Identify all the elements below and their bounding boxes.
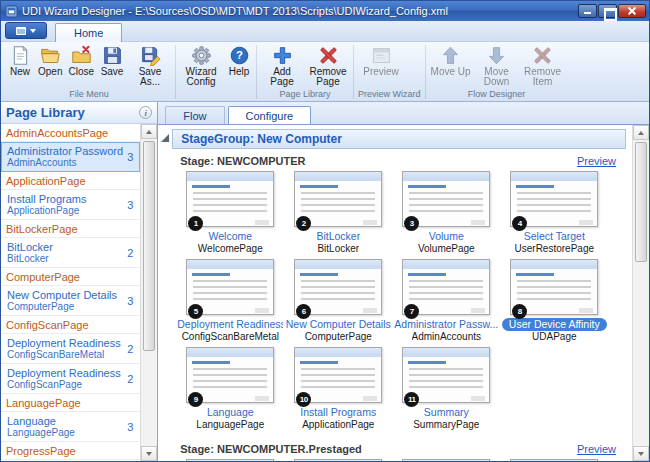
page-group-header: BitLockerPage xyxy=(1,220,140,238)
page-card[interactable] xyxy=(500,459,608,461)
page-title[interactable]: Administrator Passw... xyxy=(394,318,498,331)
stage-preview-link[interactable]: Preview xyxy=(577,155,616,167)
close-icon[interactable] xyxy=(618,4,646,18)
ribbon-group-label: Preview Wizard xyxy=(356,88,423,101)
app-menu-button[interactable] xyxy=(5,22,47,39)
ribbon-group-label: File Menu xyxy=(5,88,173,101)
page-card[interactable]: 4 Select Target UserRestorePage xyxy=(500,171,608,257)
page-library-item[interactable]: Deployment Readiness ConfigScanBareMetal… xyxy=(1,334,140,364)
close-button[interactable]: Close xyxy=(65,43,97,88)
page-card-selected[interactable]: 8 User Device Affinity UDAPage xyxy=(500,259,608,345)
scroll-up-icon[interactable] xyxy=(633,125,649,140)
save-button[interactable]: Save xyxy=(97,43,127,88)
button-label: New xyxy=(10,67,30,77)
button-label: Move Down xyxy=(477,67,517,87)
move-down-icon xyxy=(486,45,507,66)
page-thumbnail[interactable] xyxy=(186,459,274,461)
info-icon[interactable]: i xyxy=(139,106,152,119)
page-library-item[interactable]: Administrator Password AdminAccounts 3 xyxy=(1,142,140,172)
add-page-button[interactable]: Add Page xyxy=(259,43,305,88)
page-title[interactable]: Language xyxy=(207,406,254,419)
page-library-item[interactable]: BitLocker BitLocker 2 xyxy=(1,238,140,268)
button-label: Save xyxy=(101,67,124,77)
button-label: Add Page xyxy=(262,67,302,87)
tab-flow[interactable]: Flow xyxy=(165,106,224,125)
stage-preview-link[interactable]: Preview xyxy=(577,443,616,455)
page-title[interactable]: Welcome xyxy=(208,230,252,243)
page-title[interactable]: BitLocker xyxy=(316,230,360,243)
sidebar-scrollbar[interactable] xyxy=(140,124,157,461)
open-button[interactable]: Open xyxy=(35,43,65,88)
stage-header: Stage: NEWCOMPUTER Preview xyxy=(180,155,616,167)
page-card[interactable] xyxy=(176,459,284,461)
move-down-button[interactable]: Move Down xyxy=(474,43,520,88)
page-number-badge: 10 xyxy=(296,392,311,407)
page-group-header: LanguagePage xyxy=(1,394,140,412)
stage-group-header[interactable]: StageGroup: New Computer xyxy=(172,129,626,149)
remove-item-button[interactable]: Remove Item xyxy=(520,43,566,88)
button-label: Move Up xyxy=(431,67,471,77)
help-button[interactable]: ? Help xyxy=(224,43,254,98)
tab-configure[interactable]: Configure xyxy=(228,106,312,125)
minimize-icon[interactable] xyxy=(578,4,597,18)
page-subtitle: ComputerPage xyxy=(305,331,372,343)
page-title[interactable]: Install Programs xyxy=(300,406,376,419)
scrollbar-thumb[interactable] xyxy=(143,141,155,351)
page-card[interactable]: 5 Deployment Readiness ConfigScanBareMet… xyxy=(176,259,284,345)
page-card[interactable]: 9 Language LanguagePage xyxy=(176,347,284,433)
new-button[interactable]: New xyxy=(5,43,35,88)
tab-home[interactable]: Home xyxy=(55,23,122,42)
item-title: New Computer Details xyxy=(7,289,123,301)
main-area: Flow Configure StageGroup: New Computer … xyxy=(158,102,649,461)
page-library-item[interactable]: Deployment Readiness ConfigScanPage 2 xyxy=(1,364,140,394)
page-number-badge: 6 xyxy=(296,304,311,319)
stage-page-grid xyxy=(172,457,630,461)
page-card[interactable]: 11 Summary SummaryPage xyxy=(392,347,500,433)
stage-name: Stage: NEWCOMPUTER xyxy=(180,155,577,167)
preview-button[interactable]: Preview xyxy=(356,43,406,88)
scrollbar-thumb[interactable] xyxy=(635,142,647,262)
page-title[interactable]: User Device Affinity xyxy=(502,318,607,331)
item-subtitle: LanguagePage xyxy=(7,427,123,438)
item-subtitle: ConfigScanPage xyxy=(7,379,123,390)
page-number-badge: 4 xyxy=(512,216,527,231)
scroll-up-icon[interactable] xyxy=(141,124,157,139)
udi-app-icon xyxy=(5,5,18,18)
page-card[interactable]: 2 BitLocker BitLocker xyxy=(284,171,392,257)
page-thumbnail[interactable] xyxy=(294,459,382,461)
maximize-icon[interactable] xyxy=(598,4,617,18)
collapse-triangle-icon[interactable] xyxy=(160,133,170,143)
item-title: Deployment Readiness xyxy=(7,367,123,379)
page-card[interactable]: 3 Volume VolumePage xyxy=(392,171,500,257)
page-title[interactable]: Volume xyxy=(429,230,464,243)
page-title[interactable]: New Computer Details xyxy=(286,318,391,331)
page-card[interactable] xyxy=(284,459,392,461)
page-title[interactable]: Deployment Readiness xyxy=(177,318,283,331)
save-as-button[interactable]: Save As... xyxy=(127,43,173,88)
wizard-config-button[interactable]: Wizard Config xyxy=(178,43,224,98)
scroll-down-icon[interactable] xyxy=(141,446,157,461)
page-card[interactable] xyxy=(392,459,500,461)
page-thumbnail[interactable] xyxy=(510,459,598,461)
page-card[interactable]: 6 New Computer Details ComputerPage xyxy=(284,259,392,345)
page-thumbnail[interactable] xyxy=(402,459,490,461)
page-library-item[interactable]: Language LanguagePage 3 xyxy=(1,412,140,442)
page-card[interactable]: 7 Administrator Passw... AdminAccounts xyxy=(392,259,500,345)
close-folder-icon xyxy=(71,45,92,66)
page-title[interactable]: Summary xyxy=(424,406,469,419)
move-up-button[interactable]: Move Up xyxy=(428,43,474,88)
title-bar[interactable]: UDI Wizard Designer - E:\Sources\OSD\MDT… xyxy=(1,1,649,21)
main-scrollbar[interactable] xyxy=(632,125,649,461)
page-title[interactable]: Select Target xyxy=(524,230,585,243)
ribbon-group-file-menu: New Open Close Save Save As... xyxy=(4,43,174,101)
remove-page-icon xyxy=(318,45,339,66)
page-card[interactable]: 10 Install Programs ApplicationPage xyxy=(284,347,392,433)
page-subtitle: LanguagePage xyxy=(196,419,264,431)
open-folder-icon xyxy=(40,45,61,66)
page-card[interactable]: 1 Welcome WelcomePage xyxy=(176,171,284,257)
page-library-item[interactable]: Install Programs ApplicationPage 3 xyxy=(1,190,140,220)
remove-page-button[interactable]: Remove Page xyxy=(305,43,351,88)
scroll-down-icon[interactable] xyxy=(633,446,649,461)
save-as-icon xyxy=(140,45,161,66)
page-library-item[interactable]: New Computer Details ComputerPage 3 xyxy=(1,286,140,316)
